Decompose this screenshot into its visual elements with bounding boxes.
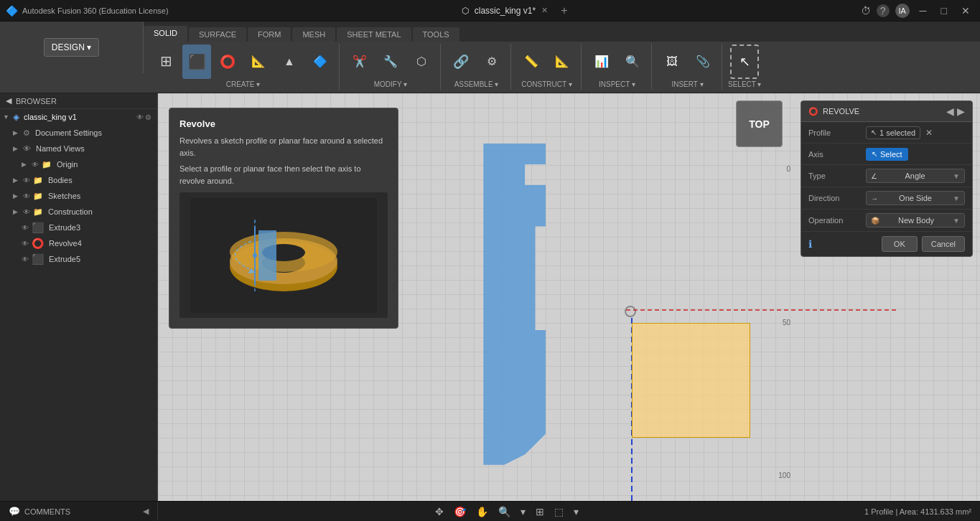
new-component-btn[interactable]: ⊞ [151,44,180,79]
panel-expand-right[interactable]: ▶ [957,105,965,117]
construct-btn-2[interactable]: 📐 [548,44,577,79]
display-btn[interactable]: ⬚ [551,504,566,519]
tree-item-root[interactable]: ▼ ◈ classic_king v1 👁 ⚙ [0,109,157,125]
tree-item-bodies[interactable]: ▶ 👁 📁 Bodies [0,172,157,188]
tree-item-sketches[interactable]: ▶ 👁 📁 Sketches [0,188,157,204]
tab-sheet-metal[interactable]: SHEET METAL [337,27,411,42]
tree-item-extrude5[interactable]: 👁 ⬛ Extrude5 [0,251,157,267]
panel-collapse-left[interactable]: ◀ [946,105,954,117]
tree-item-doc-settings[interactable]: ▶ ⚙ Document Settings [0,125,157,141]
tree-item-named-views[interactable]: ▶ 👁 Named Views [0,141,157,156]
operation-dropdown-arrow: ▼ [953,217,960,225]
insert-btn-1[interactable]: 🖼 [658,44,686,79]
bodies-arrow: ▶ [13,177,20,184]
extrude5-eye[interactable]: 👁 [22,255,29,263]
bodies-eye[interactable]: 👁 [23,177,30,184]
axis-row: Axis ↖ Select [801,144,972,165]
tab-surface[interactable]: SURFACE [189,27,246,42]
tree-item-extrude3[interactable]: 👁 ⬛ Extrude3 [0,220,157,235]
tab-solid[interactable]: SOLID [144,26,187,42]
display-dropdown-btn[interactable]: ▾ [571,504,582,519]
ok-button[interactable]: OK [882,236,918,252]
loft-btn[interactable]: ▲ [275,44,304,79]
profile-selected-badge: ↖ 1 selected [866,126,920,139]
extrude3-eye[interactable]: 👁 [22,224,29,232]
type-dropdown[interactable]: ∠ Angle ▼ [866,169,965,183]
zoom-tool-btn[interactable]: 🔍 [495,504,513,519]
pan-tool-btn[interactable]: ✋ [473,504,491,519]
modify-btn-3[interactable]: ⬡ [407,44,436,79]
file-tab[interactable]: ⬡ classic_king v1* ✕ + [462,4,568,17]
assemble-btn-2[interactable]: ⚙ [477,44,506,79]
modify-btn-2[interactable]: 🔧 [376,44,405,79]
construct-btn-1[interactable]: 📏 [517,44,546,79]
user-icon[interactable]: IA [895,4,910,18]
tree-item-origin[interactable]: ▶ 👁 📁 Origin [0,156,157,172]
origin-eye[interactable]: 👁 [32,161,39,169]
modify-btn-1[interactable]: ✂️ [345,44,374,79]
viewcube[interactable]: TOP [736,100,793,158]
comments-button[interactable]: 💬 COMMENTS ◀ [0,502,158,521]
extrude5-label: Extrude5 [49,255,80,263]
extrude-btn[interactable]: ⬛ [182,44,211,79]
modify-icon-2: 🔧 [381,52,401,72]
insert-tools: 🖼 📎 [658,44,717,79]
gear-icon-root[interactable]: ⚙ [145,113,151,121]
status-text: 1 Profile | Area: 4131.633 mm² [864,507,971,516]
extrude3-icon: ⬛ [32,222,44,233]
type-dropdown-arrow: ▼ [953,172,960,180]
doc-icon: ⚙ [23,128,30,138]
eye-icon[interactable]: 👁 [136,113,144,121]
tab-mesh[interactable]: MESH [292,27,335,42]
comments-icon: 💬 [9,506,20,517]
axis-select-btn[interactable]: ↖ Select [866,148,908,161]
operation-dropdown[interactable]: 📦 New Body ▼ [866,213,965,227]
operation-value: 📦 New Body ▼ [866,213,965,227]
rib-btn[interactable]: 🔷 [306,44,335,79]
construction-eye[interactable]: 👁 [23,208,30,216]
design-button[interactable]: DESIGN ▾ [44,38,99,57]
tab-form[interactable]: FORM [248,27,291,42]
select-group: ↖ SELECT ▾ [724,44,766,90]
direction-dropdown[interactable]: → One Side ▼ [866,191,965,205]
assemble-tools: 🔗 ⚙ [447,44,506,79]
cancel-button[interactable]: Cancel [922,236,965,252]
add-tab-btn[interactable]: + [561,4,567,17]
operation-row: Operation 📦 New Body ▼ [801,210,972,232]
close-tab-icon[interactable]: ✕ [541,6,548,15]
file-name: classic_king v1* [475,6,536,16]
minimize-btn[interactable]: ─ [915,4,931,18]
viewcube-box[interactable]: TOP [736,100,783,147]
bottom-toolbar: ✥ 🎯 ✋ 🔍 ▾ ⊞ ⬚ ▾ [158,504,856,519]
axis-dot [625,306,636,317]
insert-btn-2[interactable]: 📎 [689,44,717,79]
zoom-dropdown-btn[interactable]: ▾ [518,504,528,519]
orbit-tool-btn[interactable]: 🎯 [451,504,469,519]
inspect-btn-1[interactable]: 📊 [587,44,616,79]
select-btn-1[interactable]: ↖ [730,44,759,79]
browser-label: BROWSER [16,97,57,105]
horizontal-dash-svg [626,309,899,311]
profile-clear-btn[interactable]: ✕ [923,127,935,139]
assemble-btn-1[interactable]: 🔗 [447,44,475,79]
bodies-icon: 📁 [33,176,43,185]
grid-btn[interactable]: ⊞ [533,504,547,519]
tree-item-revolve4[interactable]: 👁 ⭕ Revolve4 [0,235,157,251]
maximize-btn[interactable]: □ [937,4,951,18]
inspect-btn-2[interactable]: 🔍 [618,44,647,79]
sweep-btn[interactable]: 📐 [244,44,273,79]
sketches-eye[interactable]: 👁 [23,192,30,200]
move-tool-btn[interactable]: ✥ [432,504,447,519]
info-icon[interactable]: ℹ [808,238,812,250]
revolve-btn[interactable]: ⭕ [213,44,242,79]
browser-header[interactable]: ◀ BROWSER [0,93,157,109]
help-icon[interactable]: ? [877,4,890,17]
revolve4-eye[interactable]: 👁 [22,240,29,248]
construct-group: 📏 📐 CONSTRUCT ▾ [513,44,582,90]
direction-dropdown-arrow: ▼ [953,194,960,202]
tree-item-construction[interactable]: ▶ 👁 📁 Construction [0,204,157,220]
tab-tools[interactable]: TOOLS [413,27,459,42]
close-btn[interactable]: ✕ [957,4,974,18]
type-dropdown-text: Angle [905,172,925,180]
history-icon[interactable]: ⏱ [861,5,871,17]
